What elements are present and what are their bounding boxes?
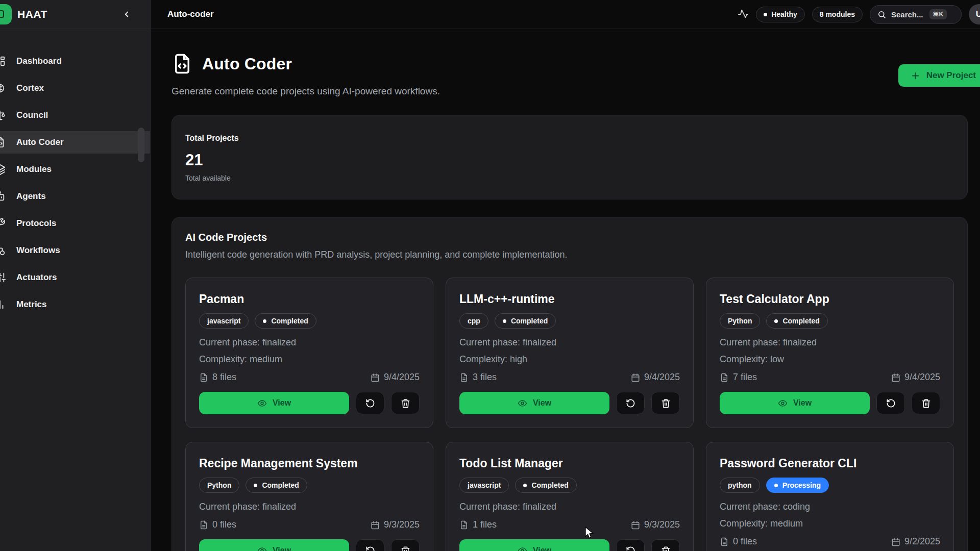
project-meta-row: 1 files 9/3/2025 — [459, 519, 680, 530]
sidebar-item-label: Actuators — [16, 272, 57, 283]
sidebar-item-actuators[interactable]: Actuators — [0, 266, 150, 289]
project-badges: python Processing — [720, 478, 940, 493]
delete-button[interactable] — [391, 392, 420, 414]
status-dot-icon — [523, 484, 527, 487]
files-meta: 3 files — [459, 372, 497, 383]
language-badge: python — [720, 478, 760, 493]
project-meta-row: 7 files 9/4/2025 — [720, 372, 940, 383]
sidebar-item-modules[interactable]: Modules — [0, 158, 150, 181]
date-meta: 9/4/2025 — [371, 372, 420, 383]
status-label: Completed — [511, 317, 548, 325]
view-button[interactable]: View — [459, 539, 609, 551]
sidebar-item-auto-coder[interactable]: Auto Coder — [0, 131, 150, 154]
sidebar-item-label: Cortex — [16, 83, 44, 93]
status-badge: Completed — [246, 478, 307, 493]
sidebar-scrollbar-thumb[interactable] — [138, 128, 144, 162]
sidebar-item-cortex[interactable]: Cortex — [0, 77, 150, 99]
modules-label: 8 modules — [820, 10, 855, 18]
project-card: Recipe Management System Python Complete… — [185, 442, 433, 551]
file-icon — [720, 373, 729, 382]
delete-button[interactable] — [651, 392, 680, 414]
sidebar-item-protocols[interactable]: Protocols — [0, 212, 150, 235]
sidebar-item-dashboard[interactable]: Dashboard — [0, 50, 150, 72]
sidebar-item-agents[interactable]: Agents — [0, 185, 150, 208]
date-meta: 9/3/2025 — [371, 519, 420, 530]
regenerate-button[interactable] — [616, 539, 645, 551]
project-actions: View — [199, 539, 420, 551]
new-project-button[interactable]: New Project — [898, 64, 980, 87]
page-title: Auto Coder — [202, 55, 292, 73]
eye-icon — [257, 398, 267, 408]
file-icon — [199, 373, 208, 382]
main-content: Auto Coder Generate complete code projec… — [151, 30, 980, 551]
regenerate-button[interactable] — [356, 392, 384, 414]
topbar-title: Auto-coder — [167, 9, 214, 19]
health-label: Healthy — [771, 10, 797, 18]
view-button[interactable]: View — [720, 392, 870, 414]
status-badge: Completed — [515, 478, 576, 493]
delete-button[interactable] — [912, 392, 940, 414]
rotate-ccw-icon — [886, 398, 896, 408]
project-complexity: Complexity: medium — [720, 518, 940, 529]
delete-button[interactable] — [651, 539, 680, 551]
sidebar-item-workflows[interactable]: Workflows — [0, 239, 150, 262]
sidebar-item-metrics[interactable]: Metrics — [0, 293, 150, 316]
project-title: Password Generator CLI — [720, 457, 940, 470]
calendar-icon — [891, 373, 900, 382]
sidebar-nav: DashboardCortexCouncilAuto CoderModulesA… — [0, 29, 150, 316]
layers-icon — [0, 164, 6, 175]
view-label: View — [533, 546, 551, 551]
view-button[interactable]: View — [459, 392, 609, 414]
status-label: Completed — [271, 317, 308, 325]
project-card: Password Generator CLI python Processing… — [706, 442, 954, 551]
project-actions: View — [199, 392, 420, 414]
status-badge: Completed — [766, 313, 827, 329]
section-subtitle: Intelligent code generation with PRD ana… — [185, 249, 954, 260]
section-title: AI Code Projects — [185, 232, 954, 243]
regenerate-button[interactable] — [876, 392, 905, 414]
activity-icon — [738, 9, 749, 20]
status-dot-icon — [774, 484, 778, 487]
project-title: Test Calculator App — [720, 292, 940, 306]
sidebar-collapse-button[interactable] — [119, 7, 134, 21]
sidebar-item-label: Agents — [16, 191, 46, 202]
status-badge: Processing — [766, 478, 829, 493]
view-button[interactable]: View — [199, 392, 349, 414]
page-title-row: Auto Coder — [172, 53, 440, 74]
view-label: View — [273, 398, 291, 408]
layout-dashboard-icon — [0, 56, 6, 67]
status-label: Processing — [782, 481, 821, 489]
project-date: 9/4/2025 — [384, 372, 420, 383]
files-meta: 7 files — [720, 372, 757, 383]
regenerate-button[interactable] — [616, 392, 645, 414]
date-meta: 9/2/2025 — [891, 536, 940, 547]
files-count: 7 files — [733, 372, 757, 383]
project-phase: Current phase: coding — [720, 502, 940, 512]
project-actions: View — [720, 392, 940, 414]
language-badge: javascript — [459, 478, 509, 493]
sidebar-item-label: Modules — [16, 164, 52, 174]
sidebar-item-council[interactable]: Council — [0, 104, 150, 127]
view-label: View — [533, 398, 551, 408]
project-complexity: Complexity: medium — [199, 354, 420, 365]
eye-icon — [778, 398, 788, 408]
trash-icon — [661, 398, 671, 408]
project-badges: cpp Completed — [459, 313, 680, 329]
project-card: Pacman javascript Completed Current phas… — [185, 278, 433, 428]
stat-caption: Total available — [185, 174, 954, 182]
user-avatar[interactable]: U — [969, 4, 980, 24]
project-phase: Current phase: finalized — [459, 337, 680, 348]
regenerate-button[interactable] — [356, 539, 384, 551]
language-badge: Python — [720, 313, 760, 329]
file-icon — [199, 520, 208, 530]
calendar-icon — [891, 537, 900, 546]
brand-name: HAAT — [17, 8, 47, 20]
search-input[interactable]: Search... ⌘K — [870, 5, 962, 24]
status-dot-icon — [503, 319, 506, 323]
project-actions: View — [459, 392, 680, 414]
view-button[interactable]: View — [199, 539, 349, 551]
delete-button[interactable] — [391, 539, 420, 551]
rotate-ccw-icon — [365, 546, 375, 551]
view-label: View — [273, 546, 291, 551]
date-meta: 9/3/2025 — [631, 519, 680, 530]
